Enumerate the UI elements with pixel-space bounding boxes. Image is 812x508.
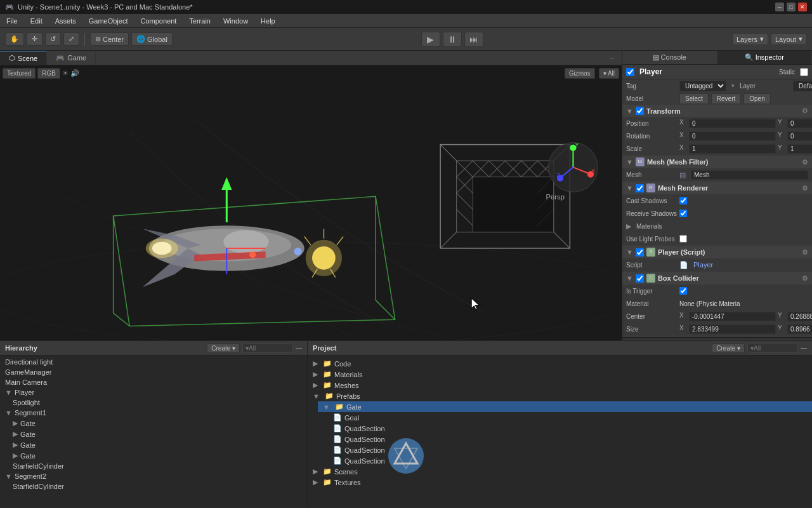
layout-dropdown[interactable]: Layout ▾: [771, 33, 807, 45]
mesh-field[interactable]: Mesh: [691, 170, 808, 180]
hierarchy-item-gate-1[interactable]: ▶ Gate: [8, 418, 307, 429]
maximize-button[interactable]: □: [787, 3, 796, 11]
project-scenes-folder[interactable]: ▶ 📁 Scenes: [308, 466, 812, 477]
menu-help[interactable]: Help: [254, 16, 282, 26]
menu-gameobject[interactable]: GameObject: [82, 16, 134, 26]
pos-y-field[interactable]: 0: [787, 119, 812, 128]
hierarchy-item-gate-3[interactable]: ▶ Gate: [8, 439, 307, 450]
material-shader-section: Ship Shader Diffuse Main Color Base (RGB…: [622, 337, 812, 340]
mesh-renderer-header[interactable]: ▼ R Mesh Renderer ⚙: [622, 182, 812, 194]
script-enabled[interactable]: [636, 248, 644, 257]
project-textures-folder[interactable]: ▶ 📁 Textures: [308, 477, 812, 488]
materials-row: ▶ Materials: [622, 220, 812, 232]
pivot-center-button[interactable]: ⊕ Center: [90, 32, 129, 46]
hierarchy-item-segment1[interactable]: ▼ Segment1: [0, 408, 307, 418]
scale-tool-button[interactable]: ⤢: [63, 32, 79, 46]
project-code-folder[interactable]: ▶ 📁 Code: [308, 358, 812, 369]
rgb-button[interactable]: RGB: [37, 68, 60, 79]
all-layers-button[interactable]: ▾ All: [599, 68, 619, 79]
box-collider-header[interactable]: ▼ □ Box Collider ⚙: [622, 272, 812, 284]
layers-dropdown[interactable]: Layers ▾: [732, 33, 768, 45]
is-trigger-checkbox[interactable]: [679, 287, 687, 295]
scene-tab[interactable]: ⬡ Scene: [0, 51, 47, 65]
project-create-button[interactable]: Create ▾: [712, 344, 745, 353]
size-y-field[interactable]: 0.8966: [787, 324, 812, 334]
project-prefabs-folder[interactable]: ▼ 📁 Prefabs: [308, 391, 812, 401]
hierarchy-toolbar: Create ▾ ─: [207, 343, 302, 353]
use-light-probes-checkbox[interactable]: [679, 235, 687, 243]
scale-y-field[interactable]: 1: [787, 144, 812, 154]
hierarchy-item-directional-light[interactable]: Directional light: [0, 357, 307, 367]
hierarchy-item-segment2[interactable]: ▼ Segment2: [0, 471, 307, 481]
space-global-button[interactable]: 🌐 Global: [131, 32, 173, 46]
menu-component[interactable]: Component: [134, 16, 183, 26]
revert-button[interactable]: Revert: [711, 93, 741, 104]
scale-x-field[interactable]: 1: [689, 144, 776, 154]
menu-terrain[interactable]: Terrain: [183, 16, 217, 26]
transform-header[interactable]: ▼ Transform ⚙: [622, 105, 812, 117]
project-search[interactable]: [747, 344, 798, 353]
hierarchy-item-starfield-1[interactable]: StarfieldCylinder: [8, 461, 307, 471]
hierarchy-item-gamemanager[interactable]: GameManager: [0, 367, 307, 377]
scene-top-right: Gizmos ▾ All: [565, 68, 619, 79]
hand-tool-button[interactable]: ✋: [5, 32, 24, 46]
size-x-field[interactable]: 2.833499: [689, 324, 776, 334]
close-button[interactable]: ✕: [798, 3, 807, 11]
cast-shadows-checkbox[interactable]: [679, 197, 687, 204]
play-button[interactable]: ▶: [421, 32, 440, 47]
hierarchy-item-gate-4[interactable]: ▶ Gate: [8, 450, 307, 461]
step-button[interactable]: ⏭: [464, 32, 483, 47]
rotate-tool-button[interactable]: ↺: [45, 32, 61, 46]
mesh-renderer-enabled[interactable]: [636, 184, 644, 192]
menu-assets[interactable]: Assets: [49, 16, 82, 26]
player-script-header[interactable]: ▼ S Player (Script) ⚙: [622, 246, 812, 258]
transform-enabled[interactable]: [636, 107, 644, 115]
gizmos-button[interactable]: Gizmos: [565, 68, 595, 79]
rot-y-field[interactable]: 0: [787, 131, 812, 141]
minimize-button[interactable]: ─: [775, 3, 784, 11]
hierarchy-collapse-btn[interactable]: ─: [296, 343, 302, 353]
inspector-tab[interactable]: 🔍 Inspector: [717, 51, 813, 64]
mesh-filter-header[interactable]: ▼ M Mesh (Mesh Filter) ⚙: [622, 156, 812, 168]
pause-button[interactable]: ⏸: [443, 32, 462, 47]
project-meshes-folder[interactable]: ▶ 📁 Meshes: [308, 380, 812, 391]
menu-file[interactable]: File: [0, 16, 24, 26]
move-tool-button[interactable]: ✛: [27, 32, 43, 46]
menu-edit[interactable]: Edit: [24, 16, 49, 26]
project-collapse-btn[interactable]: ─: [801, 343, 807, 353]
box-collider-section: ▼ □ Box Collider ⚙ Is Trigger Material N…: [622, 272, 812, 335]
rot-x-field[interactable]: 0: [689, 131, 776, 141]
console-icon: ▤: [653, 53, 659, 61]
hierarchy-create-button[interactable]: Create ▾: [207, 344, 240, 353]
object-active-checkbox[interactable]: [626, 68, 634, 76]
hierarchy-item-spotlight[interactable]: Spotlight: [8, 398, 307, 408]
hierarchy-item-gate-2[interactable]: ▶ Gate: [8, 429, 307, 439]
menu-window[interactable]: Window: [217, 16, 254, 26]
hierarchy-item-main-camera[interactable]: Main Camera: [0, 377, 307, 387]
hierarchy-item-starfield-2[interactable]: StarfieldCylinder: [8, 481, 307, 491]
hierarchy-search[interactable]: [242, 344, 293, 353]
mesh-filter-expand-icon: ▼: [626, 158, 633, 166]
pos-x-field[interactable]: 0: [689, 119, 776, 128]
game-tab[interactable]: 🎮 Game: [47, 51, 96, 65]
layer-dropdown[interactable]: Default: [793, 81, 812, 91]
center-x-field[interactable]: -0.0001447: [689, 312, 776, 321]
select-model-button[interactable]: Select: [679, 93, 709, 104]
textured-button[interactable]: Textured: [3, 68, 36, 79]
hierarchy-item-player[interactable]: ▼ Player: [0, 387, 307, 398]
center-y-field[interactable]: 0.2688845: [787, 312, 812, 321]
toolbar-separator: [84, 33, 85, 46]
project-quadsection-1[interactable]: 📄 QuadSection: [328, 423, 812, 434]
receive-shadows-checkbox[interactable]: [679, 210, 687, 217]
script-expand-icon: ▼: [626, 248, 633, 256]
project-materials-folder[interactable]: ▶ 📁 Materials: [308, 369, 812, 380]
window-title: Unity - Scene1.unity - Week3 - PC and Ma…: [18, 3, 193, 11]
material-object-row: Ship: [622, 338, 812, 340]
project-goal-file[interactable]: 📄 Goal: [328, 412, 812, 423]
tag-dropdown[interactable]: Untagged: [679, 81, 726, 91]
static-checkbox[interactable]: [800, 68, 808, 76]
console-tab[interactable]: ▤ Console: [622, 51, 717, 64]
open-button[interactable]: Open: [743, 93, 770, 104]
box-collider-enabled[interactable]: [636, 274, 644, 283]
project-gate-folder[interactable]: ▼ 📁 Gate: [318, 401, 812, 412]
